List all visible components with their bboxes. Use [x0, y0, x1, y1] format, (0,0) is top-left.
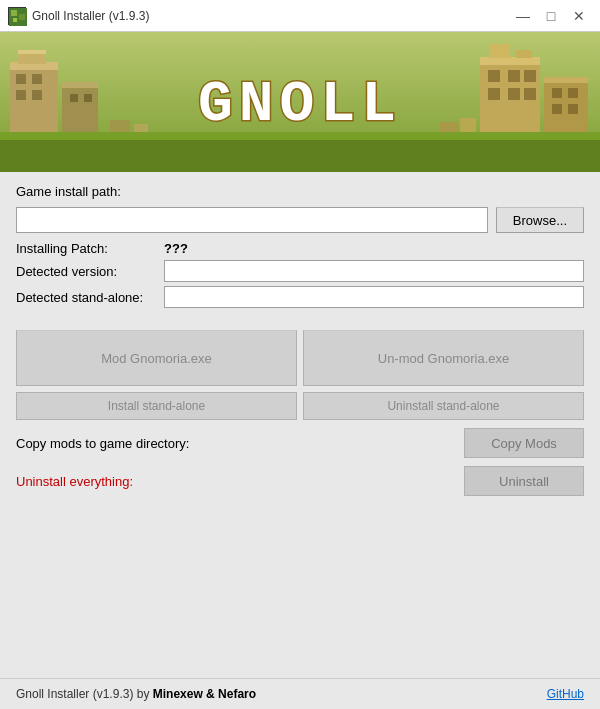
svg-rect-11: [16, 90, 26, 100]
svg-rect-32: [568, 88, 578, 98]
svg-rect-20: [480, 57, 540, 65]
footer-text-before: Gnoll Installer (v1.9.3) by: [16, 687, 153, 701]
main-actions-grid: Mod Gnomoria.exe Un-mod Gnomoria.exe Ins…: [16, 330, 584, 420]
copy-mods-row: Copy mods to game directory: Copy Mods: [16, 428, 584, 458]
svg-rect-18: [84, 94, 92, 102]
svg-rect-28: [516, 50, 532, 58]
browse-button[interactable]: Browse...: [496, 207, 584, 233]
svg-rect-36: [134, 124, 148, 132]
minimize-button[interactable]: —: [510, 6, 536, 26]
detected-version-label: Detected version:: [16, 264, 156, 279]
copy-mods-label: Copy mods to game directory:: [16, 436, 456, 451]
install-path-row: Game install path:: [16, 184, 584, 199]
maximize-button[interactable]: □: [538, 6, 564, 26]
svg-rect-26: [524, 88, 536, 100]
svg-rect-3: [13, 18, 17, 22]
uninstall-button[interactable]: Uninstall: [464, 466, 584, 496]
svg-rect-2: [19, 14, 25, 20]
detected-version-input: [164, 260, 584, 282]
title-bar: Gnoll Installer (v1.9.3) — □ ✕: [0, 0, 600, 32]
svg-rect-22: [508, 70, 520, 82]
app-banner: GNOLL: [0, 32, 600, 172]
footer-text: Gnoll Installer (v1.9.3) by Minexew & Ne…: [16, 687, 256, 701]
svg-rect-25: [508, 88, 520, 100]
svg-rect-34: [568, 104, 578, 114]
uninstall-standalone-button[interactable]: Uninstall stand-alone: [303, 392, 584, 420]
svg-rect-17: [70, 94, 78, 102]
svg-rect-23: [524, 70, 536, 82]
main-content: Game install path: Browse... Installing …: [0, 172, 600, 678]
detected-version-row: Detected version:: [16, 260, 584, 282]
installing-patch-row: Installing Patch: ???: [16, 241, 584, 256]
github-link[interactable]: GitHub: [547, 687, 584, 701]
install-path-input[interactable]: [16, 207, 488, 233]
svg-rect-21: [488, 70, 500, 82]
footer-author: Minexew & Nefaro: [153, 687, 256, 701]
svg-rect-38: [460, 118, 476, 132]
svg-rect-31: [552, 88, 562, 98]
svg-rect-24: [488, 88, 500, 100]
svg-rect-33: [552, 104, 562, 114]
info-section: Installing Patch: ??? Detected version: …: [16, 241, 584, 308]
svg-rect-10: [32, 74, 42, 84]
svg-rect-35: [110, 120, 130, 132]
close-button[interactable]: ✕: [566, 6, 592, 26]
installing-patch-label: Installing Patch:: [16, 241, 156, 256]
install-path-label: Game install path:: [16, 184, 121, 199]
svg-rect-16: [62, 82, 98, 88]
installing-patch-value: ???: [164, 241, 188, 256]
svg-rect-14: [18, 50, 46, 54]
mod-exe-button[interactable]: Mod Gnomoria.exe: [16, 330, 297, 386]
uninstall-row: Uninstall everything: Uninstall: [16, 466, 584, 496]
svg-rect-15: [62, 82, 98, 132]
svg-rect-27: [490, 44, 510, 58]
detected-standalone-row: Detected stand-alone:: [16, 286, 584, 308]
svg-rect-1: [11, 10, 17, 16]
detected-standalone-label: Detected stand-alone:: [16, 290, 156, 305]
svg-text:GNOLL: GNOLL: [198, 72, 402, 137]
app-icon: [8, 7, 26, 25]
unmod-exe-button[interactable]: Un-mod Gnomoria.exe: [303, 330, 584, 386]
svg-rect-12: [32, 90, 42, 100]
window-title: Gnoll Installer (v1.9.3): [32, 9, 149, 23]
window-controls: — □ ✕: [510, 6, 592, 26]
svg-rect-9: [16, 74, 26, 84]
install-standalone-button[interactable]: Install stand-alone: [16, 392, 297, 420]
svg-rect-37: [440, 122, 458, 132]
footer: Gnoll Installer (v1.9.3) by Minexew & Ne…: [0, 678, 600, 709]
svg-rect-29: [544, 77, 588, 132]
title-bar-left: Gnoll Installer (v1.9.3): [8, 7, 149, 25]
detected-standalone-input: [164, 286, 584, 308]
svg-rect-30: [544, 77, 588, 83]
copy-mods-button[interactable]: Copy Mods: [464, 428, 584, 458]
uninstall-label: Uninstall everything:: [16, 474, 456, 489]
